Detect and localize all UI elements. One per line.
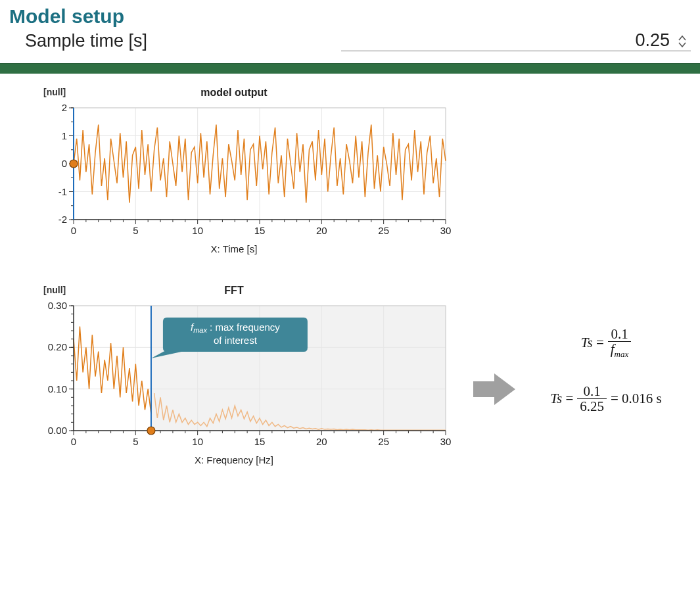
chart-model-output: [null] model output 051015202530-2-1012 …: [13, 87, 455, 254]
sample-time-input[interactable]: 0.25: [341, 30, 691, 51]
svg-text:1: 1: [62, 130, 67, 141]
number-stepper[interactable]: [678, 35, 687, 51]
svg-point-73: [70, 160, 78, 168]
chevron-up-icon[interactable]: [678, 35, 687, 41]
svg-text:0.20: 0.20: [48, 341, 67, 352]
chart2-ylabel: [null]: [43, 285, 66, 295]
model-setup-panel: Model setup Sample time [s] 0.25: [0, 0, 700, 63]
divider-bar: [0, 63, 700, 74]
sample-time-row: Sample time [s] 0.25: [25, 30, 691, 51]
svg-text:10: 10: [192, 225, 203, 236]
panel-title: Model setup: [9, 5, 691, 28]
svg-text:15: 15: [254, 225, 266, 236]
svg-text:5: 5: [133, 225, 138, 236]
svg-text:2: 2: [62, 102, 67, 113]
svg-text:20: 20: [316, 225, 327, 236]
svg-text:0.30: 0.30: [48, 300, 67, 311]
chart1-svg[interactable]: 051015202530-2-1012: [13, 101, 455, 239]
svg-text:30: 30: [440, 225, 452, 236]
formula-1: Ts = 0.1 fmax: [521, 327, 691, 359]
side-panel: Ts = 0.1 fmax Ts = 0.1 6.25 = 0.016 s: [455, 87, 700, 547]
svg-text:5: 5: [133, 436, 138, 447]
svg-text:25: 25: [378, 225, 389, 236]
sample-time-value: 0.25: [635, 30, 670, 51]
svg-text:0.00: 0.00: [48, 425, 67, 436]
svg-text:20: 20: [316, 436, 327, 447]
svg-text:0: 0: [71, 225, 76, 236]
chart2-xlabel: X: Frequency [Hz]: [13, 454, 455, 465]
chart2-title: FFT: [13, 285, 455, 297]
svg-text:0: 0: [71, 436, 76, 447]
formulas: Ts = 0.1 fmax Ts = 0.1 6.25 = 0.016 s: [521, 327, 691, 439]
svg-text:10: 10: [192, 436, 203, 447]
svg-text:0: 0: [62, 158, 67, 169]
sample-time-label: Sample time [s]: [25, 31, 147, 51]
svg-text:30: 30: [440, 436, 452, 447]
svg-text:-2: -2: [58, 214, 67, 225]
svg-point-152: [147, 427, 155, 435]
chart1-ylabel: [null]: [43, 87, 66, 97]
chart-fft: [null] FFT 0510152025300.000.100.200.30f…: [13, 285, 455, 465]
chart1-title: model output: [13, 87, 455, 99]
svg-text:-1: -1: [58, 186, 67, 197]
formula-2: Ts = 0.1 6.25 = 0.016 s: [521, 384, 691, 414]
svg-text:25: 25: [378, 436, 389, 447]
chart2-svg[interactable]: 0510152025300.000.100.200.30fmax : max f…: [13, 299, 455, 450]
svg-text:of interest: of interest: [214, 335, 258, 346]
svg-text:0.10: 0.10: [48, 383, 67, 394]
chevron-down-icon[interactable]: [678, 41, 687, 48]
arrow-right-icon: [472, 369, 518, 409]
svg-text:15: 15: [254, 436, 266, 447]
chart1-xlabel: X: Time [s]: [13, 243, 455, 254]
